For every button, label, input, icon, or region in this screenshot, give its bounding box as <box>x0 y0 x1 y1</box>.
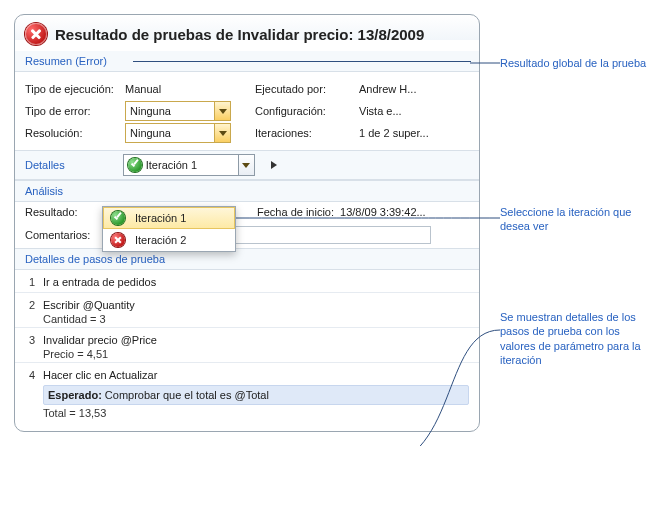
step-text: Ir a entrada de pedidos <box>43 276 156 288</box>
step-number: 2 <box>25 299 35 311</box>
step-text: Invalidar precio @Price <box>43 334 157 346</box>
iteration-option-label: Iteración 1 <box>135 212 186 224</box>
iterations-value: 1 de 2 super... <box>359 127 469 139</box>
details-section-bar: Detalles Iteración 1 <box>15 150 479 180</box>
callout-step-details: Se muestran detalles de los pasos de pru… <box>500 310 650 367</box>
panel-title: Resultado de pruebas de Invalidar precio… <box>55 26 424 43</box>
start-value: 13/8/09 3:39:42... <box>340 206 426 218</box>
check-icon <box>111 211 125 225</box>
details-heading[interactable]: Detalles <box>25 159 65 171</box>
failtype-combo[interactable]: Ninguna <box>125 101 231 121</box>
iteration-combo[interactable]: Iteración 1 <box>123 154 255 176</box>
test-step: 3 Invalidar precio @Price Precio = 4,51 <box>15 327 479 362</box>
step-number: 3 <box>25 334 35 346</box>
chevron-down-icon <box>214 102 230 120</box>
test-result-panel: Resultado de pruebas de Invalidar precio… <box>14 14 480 432</box>
error-icon <box>111 233 125 247</box>
panel-header: Resultado de pruebas de Invalidar precio… <box>15 15 479 51</box>
test-step: 1 Ir a entrada de pedidos <box>15 270 479 292</box>
summary-section-bar: Resumen (Error) <box>15 51 479 72</box>
chevron-down-icon <box>214 124 230 142</box>
step-number: 4 <box>25 369 35 381</box>
iteration-option-label: Iteración 2 <box>135 234 186 246</box>
analysis-heading[interactable]: Análisis <box>25 185 63 197</box>
resolution-combo-value: Ninguna <box>130 127 171 139</box>
step-number: 1 <box>25 276 35 288</box>
steps-section-bar: Detalles de pasos de prueba <box>15 248 479 270</box>
resolution-label: Resolución: <box>25 127 125 139</box>
test-step: 4 Hacer clic en Actualizar Esperado: Com… <box>15 362 479 421</box>
start-label: Fecha de inicio: <box>257 206 334 218</box>
steps-heading: Detalles de pasos de prueba <box>25 253 165 265</box>
summary-body: Tipo de ejecución: Manual Ejecutado por:… <box>15 72 479 150</box>
runtype-value: Manual <box>125 83 255 95</box>
iteration-option[interactable]: Iteración 1 <box>103 207 235 229</box>
summary-heading[interactable]: Resumen (Error) <box>25 55 107 67</box>
check-icon <box>128 158 142 172</box>
analysis-result-row: Resultado: Fecha de inicio: 13/8/09 3:39… <box>15 202 479 222</box>
step-text: Escribir @Quantity <box>43 299 135 311</box>
step-param: Total = 13,53 <box>25 407 469 419</box>
runby-label: Ejecutado por: <box>255 83 359 95</box>
iteration-option[interactable]: Iteración 2 <box>103 229 235 251</box>
chevron-down-icon <box>238 155 254 175</box>
failtype-combo-value: Ninguna <box>130 105 171 117</box>
step-expected: Esperado: Comprobar que el total es @Tot… <box>43 385 469 405</box>
error-icon <box>25 23 47 45</box>
test-step: 2 Escribir @Quantity Cantidad = 3 <box>15 292 479 327</box>
analysis-comments-row: Comentarios: <box>15 222 479 248</box>
iteration-dropdown: Iteración 1 Iteración 2 <box>102 206 236 252</box>
step-param: Precio = 4,51 <box>25 348 469 360</box>
runby-value: Andrew H... <box>359 83 469 95</box>
step-param: Cantidad = 3 <box>25 313 469 325</box>
expected-text: Comprobar que el total es @Total <box>105 389 269 401</box>
config-label: Configuración: <box>255 105 359 117</box>
callout-overall-result: Resultado global de la prueba <box>500 56 650 70</box>
failtype-label: Tipo de error: <box>25 105 125 117</box>
resolution-combo[interactable]: Ninguna <box>125 123 231 143</box>
runtype-label: Tipo de ejecución: <box>25 83 125 95</box>
iterations-label: Iteraciones: <box>255 127 359 139</box>
summary-leader-inner <box>133 61 471 62</box>
iteration-combo-value: Iteración 1 <box>146 159 197 171</box>
callout-select-iteration: Seleccione la iteración que desea ver <box>500 205 650 234</box>
config-value: Vista e... <box>359 105 469 117</box>
step-text: Hacer clic en Actualizar <box>43 369 157 381</box>
play-icon[interactable] <box>271 161 277 169</box>
expected-label: Esperado: <box>48 389 102 401</box>
analysis-section-bar: Análisis <box>15 180 479 202</box>
